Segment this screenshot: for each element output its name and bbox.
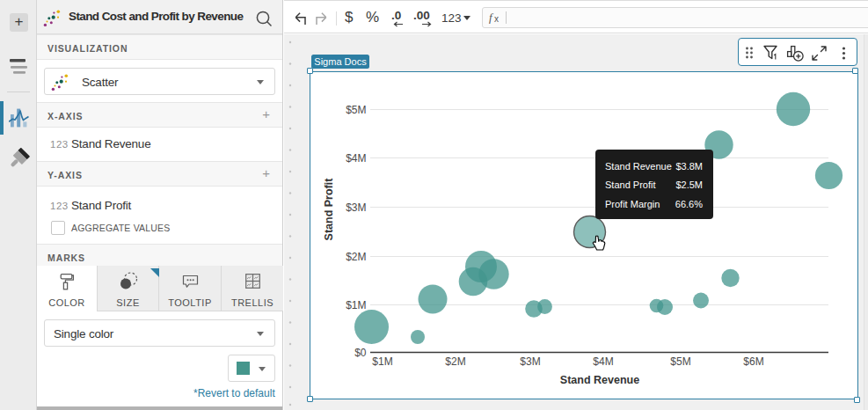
svg-text:$2M: $2M [346,251,366,263]
svg-text:$4M: $4M [346,152,366,165]
svg-text:$3M: $3M [346,201,366,214]
svg-text:$0: $0 [354,347,367,359]
svg-text:$5M: $5M [670,355,690,368]
svg-text:Stand Profit: Stand Profit [323,178,335,241]
svg-text:$2M: $2M [445,355,465,368]
svg-text:$5M: $5M [346,104,366,116]
svg-text:$6M: $6M [743,355,763,368]
svg-text:$1M: $1M [346,299,366,311]
svg-text:$4M: $4M [593,355,613,368]
svg-text:Stand Revenue: Stand Revenue [560,374,639,386]
svg-text:$3M: $3M [520,355,540,368]
svg-text:$1M: $1M [372,355,392,368]
